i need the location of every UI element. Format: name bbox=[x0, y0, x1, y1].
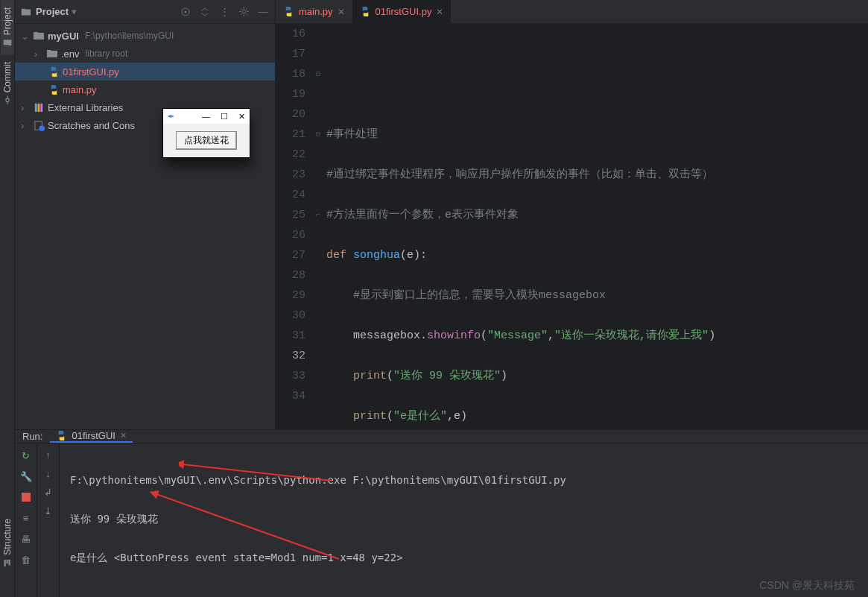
down-icon[interactable]: ↓ bbox=[45, 468, 51, 479]
tree-node-root[interactable]: ⌄ myGUI F:\pythonitems\myGUI bbox=[15, 27, 275, 45]
annotation-arrow-icon bbox=[149, 488, 343, 563]
python-file-icon bbox=[56, 430, 67, 441]
run-tab[interactable]: 01firstGUI ✕ bbox=[50, 430, 133, 443]
run-label: Run: bbox=[22, 431, 42, 442]
rerun-icon[interactable]: ↻ bbox=[20, 449, 32, 461]
expand-all-icon[interactable] bbox=[199, 6, 211, 18]
run-tools-secondary: ↑ ↓ ↲ ⤓ bbox=[37, 443, 60, 597]
rail-tab-label: Commit bbox=[2, 62, 13, 92]
console-output[interactable]: F:\pythonitems\myGUI\.env\Scripts\python… bbox=[60, 443, 868, 597]
target-icon[interactable] bbox=[180, 6, 191, 18]
editor-tab[interactable]: 01firstGUI.py ✕ bbox=[352, 0, 452, 23]
panel-title: Project bbox=[36, 6, 69, 17]
stop-icon[interactable] bbox=[20, 491, 32, 503]
close-icon[interactable]: ✕ bbox=[120, 431, 127, 440]
run-tab-label: 01firstGUI bbox=[72, 430, 115, 441]
tree-node-file[interactable]: 01firstGUI.py bbox=[15, 63, 275, 80]
python-file-icon bbox=[360, 6, 371, 17]
minimize-icon[interactable]: — bbox=[202, 112, 210, 121]
remove-icon[interactable]: ≡ bbox=[20, 512, 32, 524]
scroll-icon[interactable]: ⤓ bbox=[44, 505, 52, 517]
close-icon[interactable]: ✕ bbox=[338, 7, 345, 17]
svg-rect-10 bbox=[37, 103, 39, 111]
tree-path: F:\pythonitems\myGUI bbox=[85, 31, 174, 41]
run-tools-primary: ↻ 🔧 ≡ 🖶 🗑 bbox=[15, 443, 37, 597]
chevron-right-icon: › bbox=[21, 102, 30, 113]
more-icon[interactable]: ⋮ bbox=[218, 6, 230, 18]
structure-icon bbox=[3, 558, 12, 567]
tk-button[interactable]: 点我就送花 bbox=[176, 131, 237, 150]
folder-icon bbox=[46, 48, 58, 60]
run-panel: Run: 01firstGUI ✕ ↻ 🔧 ≡ 🖶 🗑 ↑ bbox=[15, 429, 868, 597]
print-icon[interactable]: 🖶 bbox=[20, 533, 32, 545]
tk-icon: ✒ bbox=[168, 112, 174, 121]
rail-tab-label: Project bbox=[2, 7, 13, 35]
chevron-down-icon[interactable]: ▾ bbox=[72, 6, 77, 17]
project-panel-header: Project ▾ ⋮ — bbox=[15, 0, 275, 24]
folder-icon bbox=[33, 30, 45, 42]
wrap-icon[interactable]: ↲ bbox=[44, 487, 52, 498]
up-icon[interactable]: ↑ bbox=[45, 449, 51, 461]
tree-node-file[interactable]: main.py bbox=[15, 80, 275, 98]
project-panel: Project ▾ ⋮ — ⌄ myGUI F:\py bbox=[15, 0, 276, 429]
rail-tab-label: Structure bbox=[2, 519, 13, 555]
code-editor[interactable]: 16171819202122232425262728293031323334 ⊟… bbox=[276, 24, 868, 429]
svg-point-13 bbox=[39, 125, 45, 131]
tree-label: .env bbox=[61, 48, 80, 60]
run-panel-header: Run: 01firstGUI ✕ bbox=[15, 430, 868, 443]
gear-icon[interactable] bbox=[238, 6, 250, 18]
editor-tab[interactable]: main.py ✕ bbox=[276, 0, 352, 23]
scratches-icon bbox=[33, 119, 45, 131]
fold-gutter: ⊟ ⊟ ⌐ bbox=[316, 24, 326, 429]
svg-line-15 bbox=[183, 464, 332, 481]
tree-hint: library root bbox=[86, 48, 128, 59]
svg-rect-14 bbox=[22, 493, 31, 502]
annotation-arrow-icon bbox=[179, 458, 335, 484]
minimize-icon[interactable]: — bbox=[257, 6, 269, 18]
tk-titlebar: ✒ — ☐ ✕ bbox=[163, 109, 250, 124]
folder-icon bbox=[21, 7, 31, 17]
code-content: #事件处理 #通过绑定事件处理程序，响应用户操作所触发的事件（比如：单击、双击等… bbox=[326, 24, 868, 429]
tree-node-env[interactable]: › .env library root bbox=[15, 45, 275, 63]
maximize-icon[interactable]: ☐ bbox=[221, 112, 228, 121]
editor-tabs: main.py ✕ 01firstGUI.py ✕ bbox=[276, 0, 868, 24]
commit-icon bbox=[3, 96, 12, 105]
tree-label: 01firstGUI.py bbox=[63, 66, 119, 78]
svg-rect-11 bbox=[40, 103, 42, 111]
close-icon[interactable]: ✕ bbox=[238, 112, 245, 121]
python-file-icon bbox=[283, 6, 294, 17]
svg-rect-4 bbox=[6, 560, 7, 563]
wrench-icon[interactable]: 🔧 bbox=[20, 470, 32, 482]
editor-area: main.py ✕ 01firstGUI.py ✕ 16171819202122… bbox=[276, 0, 868, 429]
svg-point-7 bbox=[185, 10, 187, 13]
tab-label: 01firstGUI.py bbox=[376, 6, 432, 17]
chevron-right-icon: › bbox=[21, 120, 30, 131]
svg-rect-9 bbox=[34, 103, 37, 111]
chevron-right-icon: › bbox=[34, 48, 43, 60]
rail-tab-structure[interactable]: Structure bbox=[1, 511, 14, 575]
left-tool-rail: Project Commit Structure bbox=[0, 0, 15, 597]
rail-tab-commit[interactable]: Commit bbox=[1, 54, 14, 112]
svg-line-16 bbox=[156, 494, 339, 559]
python-file-icon bbox=[48, 83, 60, 95]
python-file-icon bbox=[48, 66, 60, 78]
tree-label: main.py bbox=[63, 84, 97, 95]
tk-window[interactable]: ✒ — ☐ ✕ 点我就送花 bbox=[162, 108, 250, 158]
folder-icon bbox=[3, 38, 12, 47]
chevron-down-icon: ⌄ bbox=[21, 31, 30, 42]
trash-icon[interactable]: 🗑 bbox=[20, 554, 32, 566]
svg-point-0 bbox=[5, 98, 9, 102]
tree-label: External Libraries bbox=[48, 102, 123, 113]
rail-tab-project[interactable]: Project bbox=[1, 0, 14, 54]
tree-label: myGUI bbox=[48, 31, 79, 42]
svg-point-8 bbox=[242, 10, 246, 13]
library-icon bbox=[33, 101, 45, 113]
tree-label: Scratches and Cons bbox=[48, 120, 135, 131]
watermark: CSDN @景天科技苑 bbox=[759, 579, 855, 593]
svg-rect-5 bbox=[4, 560, 5, 566]
close-icon[interactable]: ✕ bbox=[436, 7, 443, 17]
tab-label: main.py bbox=[299, 6, 333, 17]
svg-rect-3 bbox=[8, 560, 10, 566]
line-gutter: 16171819202122232425262728293031323334 bbox=[276, 24, 316, 429]
